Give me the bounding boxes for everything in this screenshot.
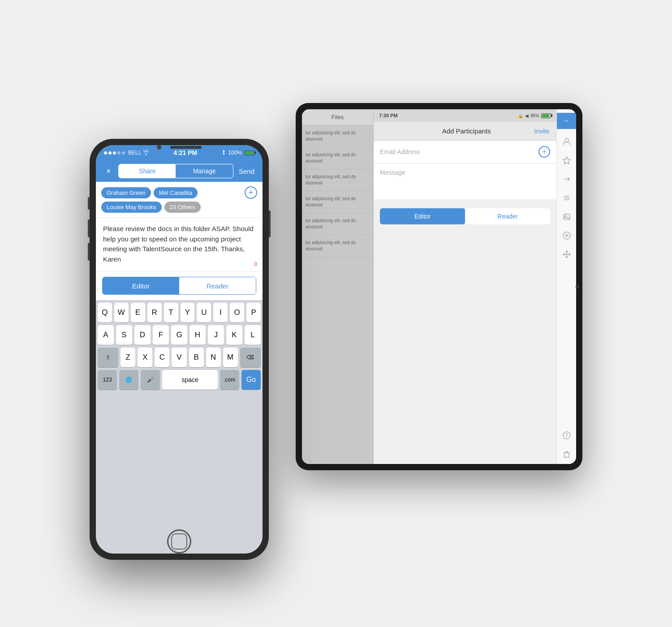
- phone-reader-button[interactable]: Reader: [179, 277, 256, 294]
- tablet-file-rows: tur adipisicing elit, sed do eiusmod tur…: [302, 125, 373, 464]
- tablet-files-panel: Files tur adipisicing elit, sed do eiusm…: [302, 109, 374, 464]
- phone-home-button[interactable]: [167, 529, 191, 554]
- recipient-chip-others[interactable]: 23 Others: [164, 202, 201, 213]
- share-manage-toggle: Share Manage: [118, 164, 233, 178]
- globe-key[interactable]: 🌐: [119, 370, 138, 390]
- go-key[interactable]: Go: [241, 370, 261, 390]
- star-icon[interactable]: [560, 154, 573, 167]
- keyboard: Q W E R T Y U I O P A S D F G H: [96, 300, 263, 554]
- tablet-files-header: Files: [302, 109, 373, 125]
- recipient-chip-louise[interactable]: Louise May Brooks: [101, 202, 162, 213]
- key-a[interactable]: A: [98, 325, 114, 345]
- key-n[interactable]: N: [206, 348, 221, 367]
- tablet-sidebar-top-icon[interactable]: ···: [557, 113, 577, 129]
- key-v[interactable]: V: [172, 348, 186, 367]
- phone-signal-carrier: BELL: [104, 150, 150, 156]
- key-t[interactable]: T: [164, 303, 178, 322]
- tablet-sidebar: ···: [556, 109, 576, 464]
- list-item[interactable]: tur adipisicing elit, sed do eiusmod: [302, 169, 373, 191]
- signal-dot-2: [108, 151, 112, 155]
- tablet-add-email-button[interactable]: +: [538, 146, 550, 158]
- key-x[interactable]: X: [138, 348, 152, 367]
- shift-key[interactable]: ⇧: [98, 348, 118, 367]
- phone-mute-button[interactable]: [88, 197, 90, 210]
- key-l[interactable]: L: [245, 325, 261, 345]
- message-area[interactable]: Please review the docs in this folder AS…: [96, 218, 263, 271]
- mic-key[interactable]: 🎤: [141, 370, 160, 390]
- share-tab[interactable]: Share: [119, 164, 176, 178]
- tablet-message-field[interactable]: Message: [374, 163, 556, 199]
- recipient-chip-graham[interactable]: Graham Green: [101, 187, 151, 198]
- tablet-editor-reader-toggle: Editor Reader: [380, 208, 550, 224]
- tablet-editor-button[interactable]: Editor: [380, 208, 465, 224]
- key-z[interactable]: Z: [121, 348, 135, 367]
- key-c[interactable]: C: [155, 348, 169, 367]
- tablet-top-bar: Add Participants Invite: [374, 122, 556, 141]
- battery-percent-label: 100%: [228, 150, 242, 156]
- key-d[interactable]: D: [134, 325, 151, 345]
- trash-icon[interactable]: [560, 448, 573, 460]
- close-button[interactable]: ×: [102, 165, 115, 177]
- key-u[interactable]: U: [197, 303, 211, 322]
- send-button[interactable]: Send: [237, 167, 256, 175]
- tablet-email-label: Email Address: [380, 148, 538, 155]
- list-icon[interactable]: [560, 192, 573, 204]
- recipient-chip-mel[interactable]: Mel Casellita: [154, 187, 198, 198]
- key-y[interactable]: Y: [181, 303, 195, 322]
- key-b[interactable]: B: [189, 348, 204, 367]
- list-item[interactable]: tur adipisicing elit, sed do eiusmod: [302, 191, 373, 213]
- phone-volume-down-button[interactable]: [88, 243, 90, 261]
- lock-icon: 🔒: [518, 113, 523, 118]
- manage-tab[interactable]: Manage: [176, 164, 233, 178]
- list-item[interactable]: tur adipisicing elit, sed do eiusmod: [302, 125, 373, 147]
- tablet-reader-button[interactable]: Reader: [465, 208, 550, 224]
- signal-dot-3: [113, 151, 116, 155]
- home-button-inner: [171, 533, 187, 550]
- space-key[interactable]: space: [162, 370, 217, 390]
- numbers-key[interactable]: 123: [98, 370, 117, 390]
- tablet-camera: [576, 285, 579, 288]
- key-w[interactable]: W: [114, 303, 129, 322]
- bluetooth-icon: [221, 149, 225, 157]
- list-item[interactable]: tur adipisicing elit, sed do eiusmod: [302, 235, 373, 257]
- image-icon[interactable]: [560, 210, 573, 223]
- phone-nav-bar: × Share Manage Send: [96, 160, 263, 182]
- key-o[interactable]: O: [230, 303, 244, 322]
- key-g[interactable]: G: [171, 325, 187, 345]
- key-f[interactable]: F: [153, 325, 169, 345]
- share-icon[interactable]: [560, 173, 573, 185]
- svg-point-14: [566, 434, 567, 434]
- recipients-area: Graham Green Mel Casellita + Louise May …: [96, 182, 263, 218]
- phone-power-button[interactable]: [269, 210, 271, 237]
- move-icon[interactable]: [560, 248, 573, 261]
- key-j[interactable]: J: [208, 325, 224, 345]
- list-item[interactable]: tur adipisicing elit, sed do eiusmod: [302, 147, 373, 169]
- tablet-invite-button[interactable]: Invite: [534, 128, 549, 135]
- key-s[interactable]: S: [116, 325, 132, 345]
- signal-dot-4: [117, 151, 121, 155]
- phone-editor-button[interactable]: Editor: [103, 277, 179, 294]
- list-item[interactable]: tur adipisicing elit, sed do eiusmod: [302, 213, 373, 235]
- key-q[interactable]: Q: [98, 303, 112, 322]
- key-e[interactable]: E: [131, 303, 145, 322]
- person-icon[interactable]: [560, 135, 573, 148]
- key-h[interactable]: H: [190, 325, 206, 345]
- key-r[interactable]: R: [147, 303, 162, 322]
- add-recipient-button[interactable]: +: [245, 186, 257, 199]
- tablet-status-right: 🔒 ◀ 95%: [518, 113, 551, 118]
- phone-speaker: [170, 146, 202, 149]
- dotcom-key[interactable]: .com: [220, 370, 239, 390]
- key-m[interactable]: M: [223, 348, 238, 367]
- key-p[interactable]: P: [246, 303, 261, 322]
- key-i[interactable]: I: [213, 303, 228, 322]
- keyboard-row-2: A S D F G H J K L: [98, 325, 261, 345]
- tablet-screen: Files tur adipisicing elit, sed do eiusm…: [302, 109, 576, 464]
- add-icon[interactable]: [560, 229, 573, 242]
- backspace-key[interactable]: ⌫: [240, 348, 261, 367]
- message-text: Please review the docs in this folder AS…: [103, 224, 255, 264]
- battery-icon: [541, 113, 551, 118]
- phone-volume-up-button[interactable]: [88, 219, 90, 237]
- key-k[interactable]: K: [226, 325, 242, 345]
- phone-battery-icon: [245, 150, 254, 155]
- info-icon[interactable]: [560, 429, 573, 442]
